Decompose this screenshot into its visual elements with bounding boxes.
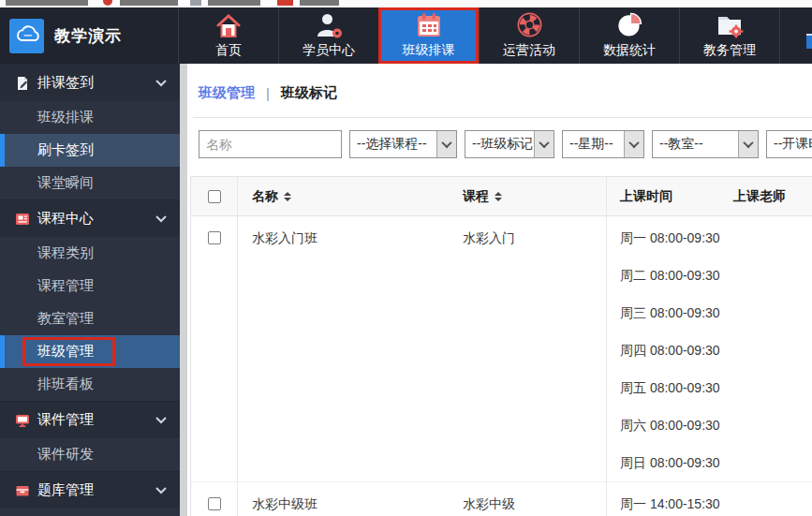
filter-select-3[interactable]: --星期-- — [562, 130, 644, 158]
sidebar-filler — [0, 509, 180, 516]
sort-icon[interactable] — [284, 192, 291, 201]
table-row: 水彩入门班 水彩入门 周一 08:00-09:30周二 08:00-09:30周… — [191, 216, 812, 482]
sidebar-item-1-4[interactable]: 排班看板 — [0, 368, 180, 401]
class-time: 周五 08:00-09:30 — [620, 369, 726, 406]
topnav-item-3[interactable]: 班级排课 — [378, 7, 479, 64]
main-area: 排课签到 班级排课刷卡签到课堂瞬间 课程中心 课程类别课程管理教室管理班级管理排… — [0, 64, 812, 516]
table-row: 水彩中级班 水彩中级 周一 14:00-15:30 — [191, 482, 812, 516]
class-time: 周六 08:00-09:30 — [620, 406, 726, 444]
name-filter-input[interactable] — [199, 130, 342, 158]
chevron-down-icon — [628, 138, 639, 148]
sidebar-item-1-2[interactable]: 教室管理 — [0, 302, 180, 335]
filter-select-5[interactable]: --开课时间-- — [766, 130, 812, 158]
bookmark-fragment — [277, 0, 293, 6]
class-time-cell: 周一 08:00-09:30周二 08:00-09:30周三 08:00-09:… — [606, 216, 726, 481]
topnav-item-1[interactable]: 首页 — [178, 7, 278, 64]
chevron-down-icon — [155, 487, 167, 494]
chevron-down-icon — [743, 138, 753, 148]
clipped-bookmarks-strip — [0, 0, 812, 7]
bookmark-fragment — [208, 0, 260, 6]
bookmark-fragment — [300, 0, 339, 6]
row-checkbox[interactable] — [208, 497, 221, 510]
chevron-down-icon — [155, 417, 167, 424]
table-header-row: 名称 课程 上课时间 上课老师 — [191, 177, 812, 216]
tabs-divider — [193, 117, 812, 118]
sidebar-groups: 排课签到 班级排课刷卡签到课堂瞬间 课程中心 课程类别课程管理教室管理班级管理排… — [0, 64, 180, 509]
bookmark-fragment — [190, 0, 201, 6]
cloud-logo-icon — [9, 19, 44, 53]
sidebar-group-header[interactable]: 课程中心 — [0, 199, 180, 237]
topnav-item-partial — [779, 7, 812, 64]
dropdown-button[interactable] — [436, 131, 456, 157]
monitor-icon — [15, 413, 30, 428]
bookmark-fragment — [103, 0, 112, 6]
tab-class-tag[interactable]: 班级标记 — [281, 84, 337, 102]
filter-select-4[interactable]: --教室-- — [652, 130, 759, 158]
table-column-header: 名称 — [238, 177, 450, 215]
sidebar-item-2-0[interactable]: 课件研发 — [0, 438, 180, 471]
lifebuoy-icon — [516, 12, 543, 38]
class-name-cell: 水彩中级班 — [238, 482, 450, 516]
top-navigation-bar: 教学演示 首页 学员中心 班级排课 运营活动 数据统计 教务管理 — [0, 7, 812, 64]
teacher-cell — [726, 216, 812, 481]
sidebar-item-1-3[interactable]: 班级管理 — [0, 335, 180, 368]
filter-bar: --选择课程-- --班级标记-- --星期-- --教室-- --开课时间-- — [199, 130, 812, 158]
sort-icon[interactable] — [495, 192, 502, 201]
chevron-down-icon — [155, 215, 167, 223]
home-icon — [215, 12, 242, 38]
tab-separator: | — [266, 85, 270, 101]
tab-class-management[interactable]: 班级管理 — [199, 84, 255, 102]
pie-chart-icon — [616, 12, 643, 38]
table-body: 水彩入门班 水彩入门 周一 08:00-09:30周二 08:00-09:30周… — [191, 216, 812, 516]
class-time: 周日 08:00-09:30 — [620, 444, 726, 481]
dropdown-button[interactable] — [624, 131, 643, 157]
select-all-checkbox[interactable] — [208, 190, 221, 203]
sidebar-group-header[interactable]: 排课签到 — [0, 64, 180, 101]
row-checkbox[interactable] — [208, 231, 221, 244]
class-time: 周一 14:00-15:30 — [620, 485, 726, 516]
sidebar-item-0-0[interactable]: 班级排课 — [0, 101, 180, 134]
sidebar-item-0-1[interactable]: 刷卡签到 — [0, 134, 180, 167]
class-time: 周四 08:00-09:30 — [620, 332, 726, 369]
dropdown-button[interactable] — [534, 131, 554, 157]
table-column-header: 上课时间 — [606, 177, 726, 215]
header-checkbox-cell — [191, 177, 238, 215]
question-bank-icon — [15, 483, 30, 498]
sidebar-item-1-1[interactable]: 课程管理 — [0, 270, 180, 302]
sidebar-group-header[interactable]: 课件管理 — [0, 401, 180, 438]
bookmark-fragment — [6, 0, 88, 6]
sidebar-item-0-2[interactable]: 课堂瞬间 — [0, 167, 180, 199]
class-time-cell: 周一 14:00-15:30 — [606, 482, 726, 516]
sidebar-group-header[interactable]: 题库管理 — [0, 471, 180, 509]
app-title: 教学演示 — [54, 25, 122, 47]
chevron-down-icon — [155, 80, 167, 87]
class-name-cell: 水彩入门班 — [238, 216, 450, 481]
topnav-item-4[interactable]: 运营活动 — [479, 7, 579, 64]
clipped-nav-item-sliver — [806, 34, 812, 49]
filter-select-2[interactable]: --班级标记-- — [465, 130, 554, 158]
topnav-item-5[interactable]: 数据统计 — [579, 7, 679, 64]
page-tabs: 班级管理 | 班级标记 — [199, 84, 812, 102]
dropdown-button[interactable] — [738, 131, 758, 157]
topnav-item-6[interactable]: 教务管理 — [679, 7, 779, 64]
chevron-down-icon — [539, 138, 549, 148]
folder-gear-icon — [716, 12, 744, 38]
student-icon — [315, 12, 343, 38]
document-pen-icon — [15, 76, 30, 91]
course-board-icon — [15, 212, 30, 227]
filter-select-1[interactable]: --选择课程-- — [349, 130, 457, 158]
bookmark-fragment — [120, 0, 178, 6]
class-time: 周二 08:00-09:30 — [620, 257, 726, 294]
chevron-down-icon — [441, 138, 451, 148]
sidebar-item-1-0[interactable]: 课程类别 — [0, 237, 180, 270]
course-cell: 水彩中级 — [450, 482, 606, 516]
sidebar-content-divider — [180, 64, 187, 516]
sidebar-menu: 排课签到 班级排课刷卡签到课堂瞬间 课程中心 课程类别课程管理教室管理班级管理排… — [0, 64, 180, 516]
app-brand: 教学演示 — [0, 7, 178, 64]
class-table: 名称 课程 上课时间 上课老师 水彩入门班 水彩入门 周一 08:00-09:3… — [190, 176, 812, 516]
topnav-item-2[interactable]: 学员中心 — [278, 7, 378, 64]
topnav-items: 首页 学员中心 班级排课 运营活动 数据统计 教务管理 — [178, 7, 779, 64]
table-column-header: 上课老师 — [726, 177, 812, 215]
course-cell: 水彩入门 — [450, 216, 606, 481]
class-time: 周三 08:00-09:30 — [620, 294, 726, 332]
